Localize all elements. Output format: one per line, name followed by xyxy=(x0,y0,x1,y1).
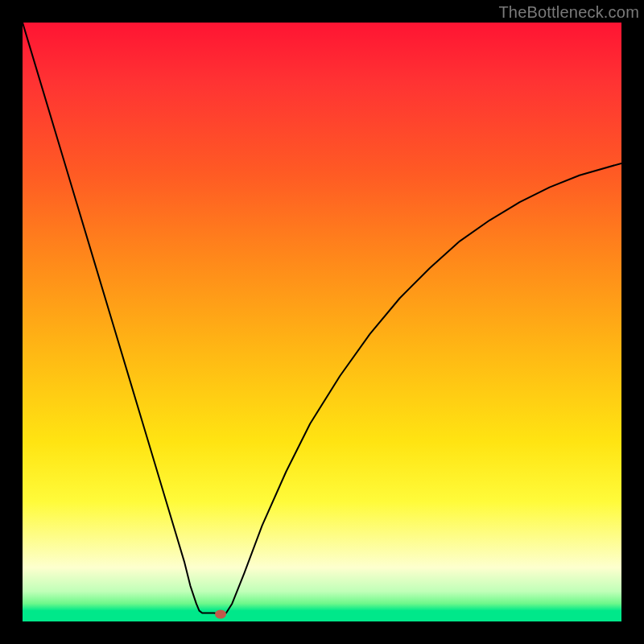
min-marker xyxy=(215,610,226,619)
curve-layer xyxy=(23,23,621,621)
bottleneck-curve xyxy=(23,23,621,614)
watermark-text: TheBottleneck.com xyxy=(498,3,639,22)
plot-area xyxy=(23,23,621,621)
chart-frame: TheBottleneck.com xyxy=(0,0,644,644)
